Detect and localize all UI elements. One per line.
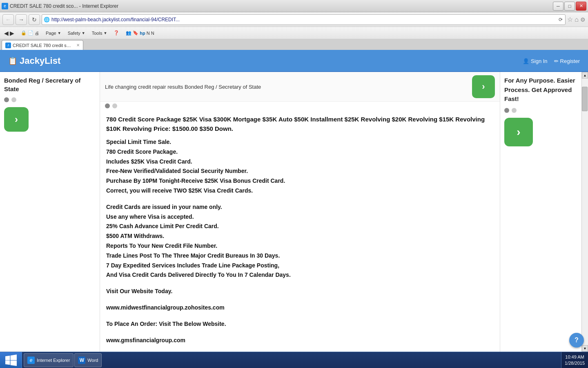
minimize-button[interactable]: ─ [553, 2, 564, 11]
listing-website-1[interactable]: www.midwestfinancialgroup.zohosites.com [106, 303, 494, 313]
page-label: Page [46, 31, 56, 36]
start-button[interactable] [0, 352, 22, 368]
scrollbar: ▲ ▼ [581, 72, 588, 352]
listing-section-4: www.midwestfinancialgroup.zohosites.com [106, 303, 494, 313]
listing-slider-dots [100, 102, 500, 110]
toolbar-icons-group: 🔒 📄 🖨 [19, 29, 41, 36]
listing-line-1-1: Special Limit Time Sale. [106, 137, 494, 147]
register-link[interactable]: ✏ Register [554, 58, 580, 64]
right-next-icon: › [517, 126, 520, 139]
help-button[interactable]: ? [569, 333, 584, 348]
close-button[interactable]: ✕ [576, 2, 586, 11]
tools-button[interactable]: ⚙ [580, 16, 586, 23]
title-bar-left: e CREDIT SALE 780 credit sco... - Intern… [2, 3, 118, 9]
listing-line-2-5: Reports To Your New Credit File Number. [106, 241, 494, 251]
right-slider-dots [504, 108, 577, 113]
toolbar-back-icon: ◀ [4, 30, 9, 36]
right-next-button[interactable]: › [504, 118, 533, 146]
back-button[interactable]: ← [2, 14, 14, 25]
taskbar-items: e Internet Explorer W Word [22, 353, 561, 367]
ie-icon: e [27, 357, 35, 364]
clock-time: 10:49 AM [565, 354, 585, 360]
word-icon: W [78, 357, 85, 364]
safety-menu[interactable]: Safety ▼ [66, 30, 87, 36]
register-label: Register [560, 58, 580, 64]
refresh-button[interactable]: ↻ [29, 14, 40, 25]
page-menu[interactable]: Page ▼ [44, 30, 63, 36]
toolbar-forward-icon: ▶ [10, 30, 14, 36]
slider-dot-2[interactable] [11, 97, 16, 102]
logo-text: JackyList [20, 56, 60, 66]
forward-button[interactable]: → [16, 14, 27, 25]
logo-icon: 📋 [8, 56, 17, 65]
clock-date: 1/28/2015 [565, 360, 585, 366]
tools-menu[interactable]: Tools ▼ [90, 30, 109, 36]
taskbar-word-item[interactable]: W Word [74, 353, 102, 367]
tab-favicon: J [5, 43, 11, 48]
tray-time: 10:49 AM 1/28/2015 [565, 354, 585, 366]
address-icon: 🌐 [42, 17, 51, 22]
sidebar-ad: Bonded Reg / Secretary of State › [0, 72, 100, 136]
taskbar-ie-item[interactable]: e Internet Explorer [24, 353, 74, 367]
listing-line-1-2: 780 Credit Score Package. [106, 147, 494, 157]
listing-next-icon: › [482, 81, 485, 92]
sign-in-link[interactable]: 👤 Sign In [523, 58, 547, 64]
icon-bookmark: 🔖 [133, 30, 138, 36]
listing-title: 780 Credit Score Package $25K Visa $300K… [106, 115, 494, 133]
right-dot-1[interactable] [504, 108, 509, 113]
address-go-button[interactable]: ⟳ [556, 17, 565, 22]
toolbar-icon3: 🖨 [35, 31, 39, 36]
listing-header-text: Life changing credit repair results Bond… [105, 84, 468, 90]
site-navigation: 👤 Sign In ✏ Register [523, 58, 580, 64]
page-arrow: ▼ [58, 31, 61, 35]
tab-close-button[interactable]: ✕ [76, 43, 80, 47]
favorites-button[interactable]: ☆ [567, 16, 573, 23]
tools-label: Tools [92, 31, 102, 36]
toolbar-icon2: 📄 [28, 30, 33, 36]
system-tray: 10:49 AM 1/28/2015 [561, 352, 588, 368]
listing-header: Life changing credit repair results Bond… [100, 72, 500, 102]
listing-section-6: www.gmsfinancialgroup.com [106, 336, 494, 346]
listing-section-3: Visit Our Website Today. [106, 287, 494, 296]
scroll-up-button[interactable]: ▲ [582, 72, 588, 79]
listing-line-2-1: Credit Cards are issued in your name onl… [106, 202, 494, 212]
site-logo[interactable]: 📋 JackyList [8, 56, 60, 66]
window-title: CREDIT SALE 780 credit sco... - Internet… [10, 3, 118, 9]
toolbar-nav-buttons: ◀ ▶ [2, 29, 16, 37]
listing-line-2-2: Use any where Visa is accepted. [106, 212, 494, 222]
help-menu[interactable]: ❓ [112, 29, 121, 36]
listing-line-2-6: Trade Lines Post To The Three Major Cred… [106, 251, 494, 261]
sidebar-next-icon: › [15, 114, 18, 125]
listing-body: 780 Credit Score Package $25K Visa $300K… [100, 110, 500, 352]
scroll-down-button[interactable]: ▼ [582, 345, 588, 352]
listing-dot-2[interactable] [112, 103, 117, 108]
address-input[interactable] [51, 15, 556, 25]
right-ad-text: For Any Purpose. Easier Process. Get App… [504, 76, 577, 104]
tools-arrow: ▼ [103, 31, 107, 35]
edit-icon: ✏ [554, 58, 559, 64]
home-button[interactable]: ⌂ [575, 16, 579, 23]
word-label: Word [87, 358, 98, 363]
scroll-thumb[interactable] [582, 87, 588, 111]
nav-bar: ← → ↻ 🌐 ⟳ ☆ ⌂ ⚙ [0, 12, 588, 27]
address-bar-container: 🌐 ⟳ [42, 14, 566, 25]
active-tab[interactable]: J CREDIT SALE 780 credit sco... ✕ [2, 40, 83, 50]
main-content: Life changing credit repair results Bond… [100, 72, 500, 352]
maximize-button[interactable]: □ [564, 2, 575, 11]
icon-hp: hp [140, 31, 145, 36]
listing-line-3-1: Visit Our Website Today. [106, 287, 494, 296]
icon-onenote: N [147, 31, 150, 36]
user-icon: 👤 [523, 58, 529, 64]
listing-line-2-4: $500 ATM Withdraws. [106, 231, 494, 241]
right-dot-2[interactable] [512, 108, 517, 113]
help-icon: ? [575, 337, 579, 344]
listing-website-2[interactable]: www.gmsfinancialgroup.com [106, 336, 494, 346]
sidebar-next-button[interactable]: › [4, 107, 29, 132]
tabs-bar: J CREDIT SALE 780 credit sco... ✕ [0, 39, 588, 51]
content-area: Bonded Reg / Secretary of State › Life c… [0, 72, 588, 352]
slider-dot-1[interactable] [4, 97, 9, 102]
listing-next-button[interactable]: › [472, 75, 495, 98]
icon-users: 👥 [126, 30, 131, 36]
sidebar-ad-text: Bonded Reg / Secretary of State [4, 76, 96, 93]
listing-dot-1[interactable] [105, 103, 110, 108]
